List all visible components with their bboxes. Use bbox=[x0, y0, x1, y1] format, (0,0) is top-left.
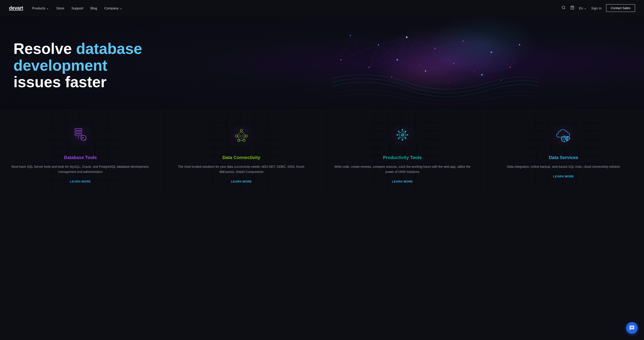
chat-icon bbox=[629, 325, 634, 331]
svg-line-66 bbox=[237, 131, 242, 135]
productivity-tools-icon-wrap bbox=[389, 121, 416, 148]
svg-rect-75 bbox=[402, 129, 403, 131]
svg-point-65 bbox=[243, 139, 245, 142]
svg-line-69 bbox=[243, 137, 246, 140]
nav-item-company[interactable]: Company ⌄ bbox=[104, 6, 122, 10]
svg-line-1 bbox=[564, 8, 565, 9]
svg-point-62 bbox=[235, 135, 238, 137]
nav-item-blog[interactable]: Blog bbox=[90, 6, 97, 10]
card-database-tools-desc: Must-have SQL Server tools and tools for… bbox=[9, 164, 152, 174]
nav-left: devart Products ⌄ Store Support bbox=[9, 5, 122, 11]
svg-rect-77 bbox=[396, 134, 398, 136]
svg-line-67 bbox=[242, 131, 246, 135]
svg-rect-78 bbox=[406, 134, 408, 136]
svg-rect-97 bbox=[564, 141, 565, 142]
svg-rect-82 bbox=[404, 130, 407, 133]
chevron-down-icon: ⌄ bbox=[46, 6, 49, 10]
svg-point-56 bbox=[81, 135, 86, 141]
card-data-services: Data Services Data integration, online b… bbox=[483, 110, 644, 192]
chevron-down-icon: ⌄ bbox=[584, 6, 587, 10]
card-productivity-tools-desc: Write code, create reviews, compare sour… bbox=[331, 164, 474, 174]
card-data-services-title: Data Services bbox=[549, 155, 578, 160]
svg-point-88 bbox=[566, 136, 570, 140]
card-data-connectivity-desc: The most trusted solutions for your data… bbox=[170, 164, 313, 174]
svg-rect-84 bbox=[402, 134, 403, 136]
cart-icon[interactable] bbox=[570, 5, 574, 11]
svg-rect-53 bbox=[75, 131, 82, 133]
svg-line-68 bbox=[237, 137, 240, 140]
svg-rect-101 bbox=[566, 136, 568, 138]
contact-sales-button[interactable]: Contact Sales bbox=[606, 4, 635, 12]
svg-rect-100 bbox=[561, 136, 563, 138]
nav-right: En ⌄ Sign In Contact Sales bbox=[562, 4, 635, 12]
main-nav: devart Products ⌄ Store Support bbox=[0, 0, 644, 16]
svg-rect-98 bbox=[561, 138, 562, 139]
hero-section: Resolve database development issues fast… bbox=[0, 16, 644, 110]
database-tools-icon-wrap bbox=[67, 121, 94, 148]
card-data-connectivity: Data Connectivity The most trusted solut… bbox=[161, 110, 322, 192]
database-tools-icon bbox=[72, 126, 89, 144]
svg-rect-85 bbox=[403, 133, 404, 136]
svg-point-95 bbox=[563, 138, 566, 140]
nav-item-products[interactable]: Products ⌄ bbox=[32, 6, 49, 10]
card-productivity-tools-title: Productivity Tools bbox=[383, 155, 422, 160]
svg-rect-83 bbox=[401, 134, 402, 136]
svg-rect-93 bbox=[569, 138, 570, 139]
card-data-services-desc: Data integration, online backup, web-bas… bbox=[507, 164, 620, 169]
signin-link[interactable]: Sign In bbox=[591, 6, 602, 10]
svg-point-0 bbox=[562, 6, 565, 9]
card-database-tools: Database Tools Must-have SQL Server tool… bbox=[0, 110, 161, 192]
card-data-services-learn-more[interactable]: LEARN MORE bbox=[553, 175, 574, 178]
hero-title: Resolve database development issues fast… bbox=[14, 40, 148, 90]
svg-rect-52 bbox=[75, 129, 82, 130]
svg-rect-91 bbox=[567, 140, 568, 141]
svg-point-63 bbox=[245, 135, 248, 137]
svg-point-94 bbox=[561, 136, 567, 142]
language-selector[interactable]: En ⌄ bbox=[579, 6, 587, 10]
svg-rect-90 bbox=[567, 136, 568, 137]
card-data-connectivity-title: Data Connectivity bbox=[222, 155, 260, 160]
productivity-tools-icon bbox=[394, 126, 411, 144]
card-productivity-tools: Productivity Tools Write code, create re… bbox=[322, 110, 483, 192]
svg-rect-81 bbox=[398, 137, 400, 139]
svg-rect-92 bbox=[565, 138, 566, 139]
chat-bubble[interactable] bbox=[626, 322, 638, 334]
card-database-tools-title: Database Tools bbox=[64, 155, 97, 160]
svg-rect-103 bbox=[566, 140, 568, 141]
data-services-icon bbox=[554, 126, 574, 144]
svg-rect-102 bbox=[561, 140, 563, 141]
nav-item-support[interactable]: Support bbox=[72, 6, 83, 10]
data-services-icon-wrap bbox=[550, 121, 577, 148]
chevron-down-icon: ⌄ bbox=[120, 6, 122, 10]
svg-rect-96 bbox=[564, 136, 565, 137]
svg-line-60 bbox=[81, 138, 83, 139]
data-connectivity-icon bbox=[232, 126, 250, 144]
svg-rect-54 bbox=[75, 134, 82, 136]
hero-content: Resolve database development issues fast… bbox=[14, 40, 148, 90]
nav-links: Products ⌄ Store Support Blog bbox=[32, 6, 122, 10]
card-productivity-tools-learn-more[interactable]: LEARN MORE bbox=[392, 180, 413, 183]
nav-item-store[interactable]: Store bbox=[56, 6, 64, 10]
svg-rect-80 bbox=[404, 137, 407, 139]
search-icon[interactable] bbox=[562, 5, 566, 11]
card-database-tools-learn-more[interactable]: LEARN MORE bbox=[70, 180, 91, 183]
svg-rect-79 bbox=[398, 130, 400, 133]
svg-point-89 bbox=[567, 138, 568, 139]
data-connectivity-icon-wrap bbox=[228, 121, 255, 148]
svg-line-73 bbox=[237, 137, 245, 140]
svg-point-74 bbox=[401, 134, 404, 136]
logo[interactable]: devart bbox=[9, 5, 23, 11]
svg-point-64 bbox=[238, 139, 240, 142]
svg-line-72 bbox=[238, 137, 246, 140]
card-data-connectivity-learn-more[interactable]: LEARN MORE bbox=[231, 180, 252, 183]
cards-section: Database Tools Must-have SQL Server tool… bbox=[0, 110, 644, 192]
svg-point-61 bbox=[240, 129, 242, 131]
svg-marker-87 bbox=[404, 134, 405, 134]
svg-line-59 bbox=[84, 139, 85, 140]
svg-rect-76 bbox=[402, 139, 403, 141]
svg-rect-99 bbox=[566, 138, 568, 139]
